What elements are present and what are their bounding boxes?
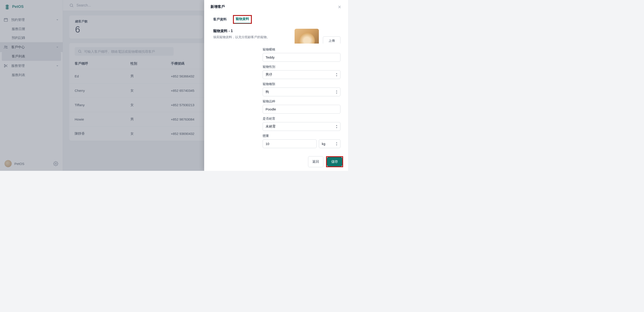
- nickname-input[interactable]: [263, 53, 340, 62]
- slideover-footer: 返回 儲存: [204, 153, 348, 171]
- field-label: 寵物暱稱: [263, 48, 340, 52]
- upload-row: 上傳: [294, 29, 340, 43]
- gender-select[interactable]: [263, 70, 340, 79]
- field-gender: 寵物性別: [263, 65, 340, 79]
- species-select[interactable]: [263, 88, 340, 96]
- field-species: 寵物種類: [263, 82, 340, 96]
- field-label: 是否絕育: [263, 117, 340, 121]
- section-desc: 填寫寵物資料，以充分照顧客戶的寵物。: [213, 35, 289, 39]
- breed-input[interactable]: [263, 105, 340, 114]
- slideover-header: 新增客戶: [204, 0, 348, 11]
- close-icon[interactable]: [337, 5, 342, 9]
- weight-input[interactable]: [263, 139, 316, 148]
- slideover-tabs: 客戶資料 寵物資料: [204, 15, 348, 24]
- tab-pet-info[interactable]: 寵物資料: [235, 14, 250, 23]
- field-label: 體重: [263, 134, 340, 138]
- upload-button[interactable]: 上傳: [323, 36, 340, 43]
- select-wrap: [263, 88, 340, 96]
- field-weight: 體重: [263, 134, 340, 148]
- tab-customer-info[interactable]: 客戶資料: [212, 15, 228, 24]
- section-title: 寵物資料 - 1: [213, 29, 289, 33]
- slideover-new-customer: 新增客戶 客戶資料 寵物資料 寵物資料 - 1 填寫寵物資料，以充分照顧客戶的寵…: [204, 0, 348, 171]
- field-label: 寵物品种: [263, 99, 340, 104]
- slideover-body: 寵物資料 - 1 填寫寵物資料，以充分照顧客戶的寵物。 上傳 JPG, GIF …: [204, 24, 348, 43]
- highlight-box-tab: 寵物資料: [233, 15, 252, 24]
- weight-unit-select[interactable]: [319, 139, 340, 148]
- pet-photo-preview: [294, 29, 319, 43]
- neuter-select[interactable]: [263, 122, 340, 131]
- field-label: 寵物性別: [263, 65, 340, 69]
- pet-form: 寵物暱稱 寵物性別 寵物種類 寵物品种: [204, 43, 348, 153]
- field-breed: 寵物品种: [263, 99, 340, 114]
- select-wrap: [263, 70, 340, 79]
- upload-column: 上傳 JPG, GIF or PNG 1MB max: [294, 29, 340, 41]
- slideover-title: 新增客戶: [210, 4, 225, 9]
- weight-row: [263, 139, 340, 148]
- select-wrap: [263, 122, 340, 131]
- select-wrap: [319, 139, 340, 148]
- field-neuter: 是否絕育: [263, 117, 340, 131]
- back-button[interactable]: 返回: [308, 156, 323, 167]
- field-nickname: 寵物暱稱: [263, 48, 340, 62]
- highlight-box-save: 儲存: [326, 156, 343, 167]
- save-button[interactable]: 儲存: [327, 157, 342, 166]
- section-description: 寵物資料 - 1 填寫寵物資料，以充分照顧客戶的寵物。: [213, 29, 289, 41]
- field-label: 寵物種類: [263, 82, 340, 86]
